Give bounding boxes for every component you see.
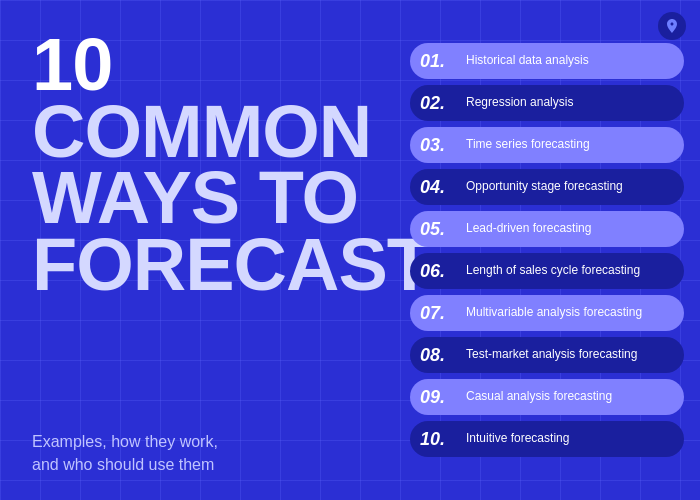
item-number: 05. (420, 219, 456, 240)
item-text: Lead-driven forecasting (466, 221, 591, 237)
list-item: 04.Opportunity stage forecasting (410, 169, 684, 205)
item-text: Intuitive forecasting (466, 431, 569, 447)
item-number: 02. (420, 93, 456, 114)
logo-icon (658, 12, 686, 40)
item-text: Casual analysis forecasting (466, 389, 612, 405)
item-number: 04. (420, 177, 456, 198)
item-number: 01. (420, 51, 456, 72)
item-text: Opportunity stage forecasting (466, 179, 623, 195)
item-text: Historical data analysis (466, 53, 589, 69)
items-list: 01.Historical data analysis02.Regression… (410, 0, 700, 500)
main-content: 10 COMMON WAYS TO FORECAST Examples, how… (0, 0, 700, 500)
left-panel: 10 COMMON WAYS TO FORECAST Examples, how… (0, 0, 410, 500)
subtitle: Examples, how they work,and who should u… (32, 431, 386, 476)
list-item: 02.Regression analysis (410, 85, 684, 121)
item-text: Test-market analysis forecasting (466, 347, 637, 363)
item-number: 07. (420, 303, 456, 324)
list-item: 05.Lead-driven forecasting (410, 211, 684, 247)
list-item: 09.Casual analysis forecasting (410, 379, 684, 415)
item-text: Regression analysis (466, 95, 573, 111)
item-number: 08. (420, 345, 456, 366)
list-item: 10.Intuitive forecasting (410, 421, 684, 457)
list-item: 03.Time series forecasting (410, 127, 684, 163)
item-number: 03. (420, 135, 456, 156)
item-number: 06. (420, 261, 456, 282)
title-line3: FORECAST (32, 223, 431, 306)
list-item: 01.Historical data analysis (410, 43, 684, 79)
list-item: 07.Multivariable analysis forecasting (410, 295, 684, 331)
item-text: Time series forecasting (466, 137, 590, 153)
item-number: 10. (420, 429, 456, 450)
list-item: 08.Test-market analysis forecasting (410, 337, 684, 373)
item-text: Length of sales cycle forecasting (466, 263, 640, 279)
item-text: Multivariable analysis forecasting (466, 305, 642, 321)
item-number: 09. (420, 387, 456, 408)
main-title: 10 COMMON WAYS TO FORECAST (32, 32, 386, 298)
list-item: 06.Length of sales cycle forecasting (410, 253, 684, 289)
